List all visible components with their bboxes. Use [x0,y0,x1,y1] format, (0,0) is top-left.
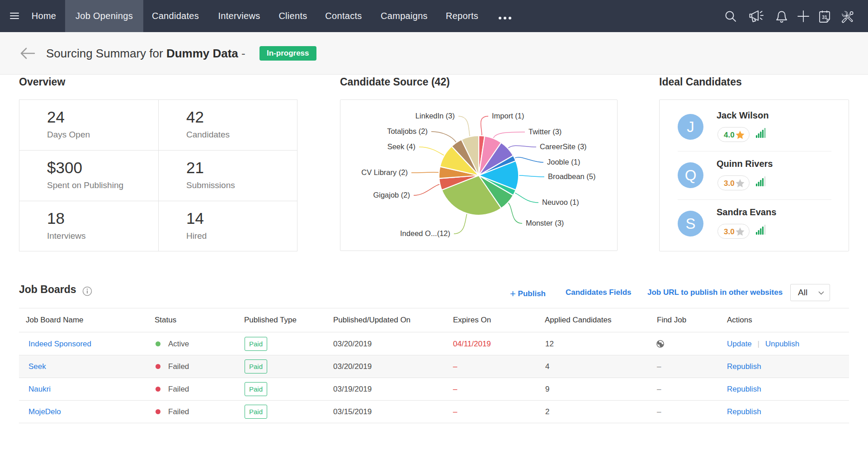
svg-text:Monster (3): Monster (3) [526,219,564,227]
svg-text:Twitter (3): Twitter (3) [528,128,561,136]
svg-text:Neuvoo (1): Neuvoo (1) [542,198,579,206]
svg-text:31: 31 [822,14,827,20]
svg-text:Jooble (1): Jooble (1) [547,158,580,166]
svg-text:Totaljobs (2): Totaljobs (2) [387,127,428,135]
svg-text:CV Library (2): CV Library (2) [361,168,408,176]
svg-text:Seek (4): Seek (4) [387,142,415,151]
svg-text:LinkedIn (3): LinkedIn (3) [415,112,455,120]
svg-text:Import (1): Import (1) [492,112,524,120]
svg-text:Gigajob (2): Gigajob (2) [373,191,410,199]
svg-text:CareerSite (3): CareerSite (3) [540,142,587,151]
svg-text:Broadbean (5): Broadbean (5) [548,172,596,180]
svg-text:Indeed O...(12): Indeed O...(12) [400,229,450,237]
